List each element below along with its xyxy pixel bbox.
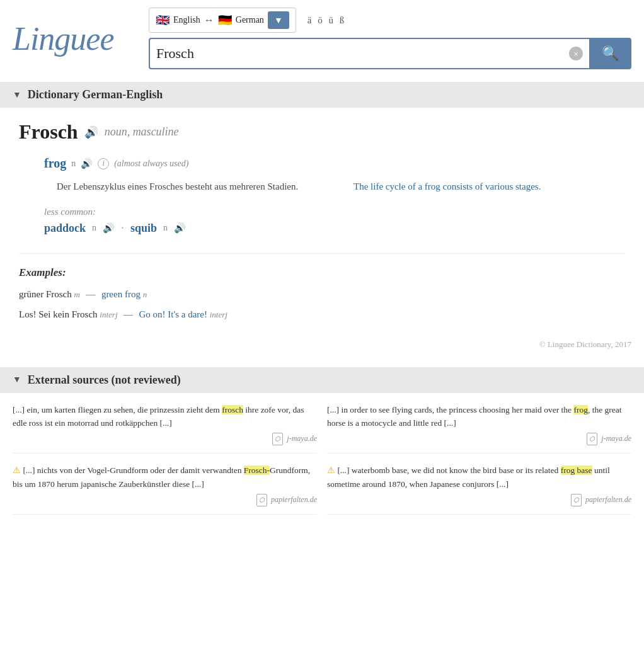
ext-item-1-en-source: ⬡ j-maya.de — [327, 433, 631, 445]
clear-button[interactable]: × — [569, 47, 583, 60]
example-entry-1: grüner Frosch m — green frog n — [19, 287, 625, 302]
ext-source-icon: ⬡ — [272, 433, 283, 445]
examples-title: Examples: — [19, 266, 625, 279]
special-chars[interactable]: ä ö ü ß — [308, 15, 346, 26]
ext-highlight-frog2: frog base — [561, 465, 592, 475]
language-bar: 🇬🇧 English ↔ 🇩🇪 German ▼ ä ö ü ß — [149, 8, 631, 33]
dictionary-content: Frosch 🔊 noun, masculine frog n 🔊 i (alm… — [0, 108, 644, 333]
less-common-label: less common: — [44, 207, 625, 217]
ext-item-1-de: [...] ein, um karten fliegen zu sehen, d… — [13, 403, 317, 454]
lang-from-label: English — [173, 15, 200, 25]
external-content: [...] ein, um karten fliegen zu sehen, d… — [0, 393, 644, 525]
copyright: © Linguee Dictionary, 2017 — [0, 333, 644, 362]
ext-highlight-frosch: frosch — [222, 405, 243, 414]
less-common-section: less common: paddock n 🔊 · squib n 🔊 — [44, 207, 625, 236]
header: Linguee 🇬🇧 English ↔ 🇩🇪 German ▼ ä ö ü ß… — [0, 0, 644, 77]
ext-source-icon-3: ⬡ — [256, 494, 267, 506]
alt-trans-paddock: paddock — [44, 222, 86, 235]
example-entry-2: Los! Sei kein Frosch interj — Go on! It'… — [19, 307, 625, 322]
alt-translations: paddock n 🔊 · squib n 🔊 — [44, 221, 625, 236]
example-german: Der Lebenszyklus eines Frosches besteht … — [57, 180, 328, 194]
translation-word: frog — [44, 156, 66, 171]
usage-label: (almost always used) — [114, 159, 188, 169]
example-dash-2: — — [124, 309, 133, 319]
info-icon[interactable]: i — [98, 158, 109, 169]
examples-section: Examples: grüner Frosch m — green frog n… — [19, 253, 625, 322]
example-row: Der Lebenszyklus eines Frosches besteht … — [44, 180, 625, 194]
example1-de-pos: m — [74, 290, 82, 299]
example2-en-pos: interj — [210, 310, 227, 319]
example1-en: green frog — [101, 289, 141, 299]
translation-pos: n — [71, 159, 76, 169]
alt-trans-paddock-pos: n — [92, 223, 96, 233]
swap-arrows-icon: ↔ — [204, 14, 214, 26]
primary-translation-section: frog n 🔊 i (almost always used) Der Lebe… — [19, 156, 625, 236]
example1-en-pos: n — [143, 290, 147, 299]
alt-trans-squib: squib — [130, 222, 157, 235]
logo: Linguee — [13, 20, 139, 57]
ext-source-icon-4: ⬡ — [571, 494, 582, 506]
ext-item-2-en-text: ⚠ [...] waterbomb base, we did not know … — [327, 464, 631, 491]
headword-text: Frosch — [19, 120, 78, 144]
ext-item-2-en: ⚠ [...] waterbomb base, we did not know … — [327, 464, 631, 515]
warning-icon-1: ⚠ — [13, 465, 21, 475]
search-input-wrap: × — [149, 38, 589, 69]
ext-item-2-de-text: ⚠ [...] nichts von der Vogel-Grundform o… — [13, 464, 317, 491]
ext-item-2-de-source: ⬡ papierfalten.de — [13, 494, 317, 506]
ext-highlight-frog1: frog — [573, 405, 588, 414]
translation-audio-icon[interactable]: 🔊 — [81, 158, 93, 169]
separator: · — [121, 221, 124, 236]
example2-de-pos: interj — [100, 310, 119, 319]
ext-highlight-frosch2: Frosch- — [244, 465, 270, 475]
alt-trans-squib-audio-icon[interactable]: 🔊 — [174, 222, 186, 234]
ext-item-2-en-source: ⬡ papierfalten.de — [327, 494, 631, 506]
collapse-triangle-icon[interactable]: ▼ — [13, 90, 21, 100]
headword-audio-icon[interactable]: 🔊 — [84, 125, 98, 139]
example2-en: Go on! It's a dare! — [139, 309, 208, 319]
language-selector[interactable]: 🇬🇧 English ↔ 🇩🇪 German ▼ — [149, 8, 296, 33]
flag-to: 🇩🇪 — [218, 13, 232, 27]
flag-from: 🇬🇧 — [156, 13, 170, 27]
external-section-title: External sources (not reviewed) — [28, 374, 181, 387]
alt-trans-squib-pos: n — [163, 223, 168, 233]
search-button[interactable]: 🔍 — [589, 38, 631, 69]
external-collapse-icon[interactable]: ▼ — [13, 375, 21, 385]
lang-to-label: German — [236, 15, 264, 25]
example1-de: grüner Frosch — [19, 289, 72, 299]
external-section-header: ▼ External sources (not reviewed) — [0, 367, 644, 393]
dictionary-section-header: ▼ Dictionary German-English — [0, 82, 644, 108]
primary-translation: frog n 🔊 i (almost always used) — [44, 156, 625, 171]
alt-trans-paddock-audio-icon[interactable]: 🔊 — [103, 222, 115, 234]
example-dash-1: — — [86, 289, 95, 299]
ext-item-1-de-source: ⬡ j-maya.de — [13, 433, 317, 445]
example-english: The life cycle of a frog consists of var… — [354, 180, 625, 194]
ext-item-1-en-text: [...] in order to see flying cards, the … — [327, 403, 631, 430]
language-dropdown-button[interactable]: ▼ — [268, 11, 289, 29]
example2-de: Los! Sei kein Frosch — [19, 309, 98, 319]
header-right: 🇬🇧 English ↔ 🇩🇪 German ▼ ä ö ü ß × 🔍 — [149, 8, 631, 69]
headword: Frosch 🔊 noun, masculine — [19, 120, 625, 144]
headword-type: noun, masculine — [105, 125, 179, 139]
search-input[interactable] — [156, 39, 569, 68]
ext-item-1-en: [...] in order to see flying cards, the … — [327, 403, 631, 454]
search-bar: × 🔍 — [149, 38, 631, 69]
warning-icon-2: ⚠ — [327, 465, 335, 475]
ext-source-icon-2: ⬡ — [587, 433, 597, 445]
ext-item-1-de-text: [...] ein, um karten fliegen zu sehen, d… — [13, 403, 317, 430]
dictionary-section-title: Dictionary German-English — [28, 88, 163, 101]
ext-item-2-de: ⚠ [...] nichts von der Vogel-Grundform o… — [13, 464, 317, 515]
